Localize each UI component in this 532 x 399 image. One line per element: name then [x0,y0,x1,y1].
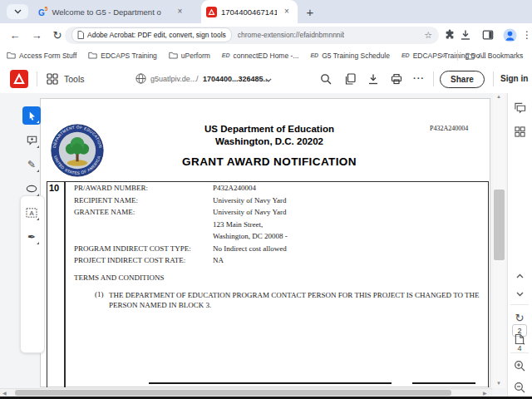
reload-button[interactable]: ↻ [51,28,64,42]
doc-block-divider [64,181,66,387]
copy-pages-icon[interactable] [343,72,357,86]
folder-icon [88,52,97,59]
tab-welcome-g5[interactable]: G5 Welcome to G5 - Department o × [33,0,200,23]
kebab-menu-icon[interactable]: ⋮ [523,27,531,42]
scroll-right-arrow[interactable]: ▶ [483,391,487,396]
divider [510,304,529,305]
bookmark-item[interactable]: ED connectED Home -... [222,52,299,60]
field-row: 123 Main Street, [74,220,473,233]
scroll-down-arrow[interactable]: ▼ [496,381,501,386]
divider [510,352,529,353]
divider [457,50,458,61]
pdf-favicon [206,7,217,17]
extension-chip[interactable]: Adobe Acrobat: PDF edit, convert, sign t… [71,27,232,42]
scroll-left-arrow[interactable]: ◀ [2,391,7,396]
horizontal-scrollbar-thumb[interactable] [15,390,451,396]
browser-toolbar: ← → ↻ Adobe Acrobat: PDF edit, convert, … [0,23,532,47]
close-icon[interactable]: × [281,6,293,17]
breadcrumb-filename[interactable]: 1704400...326485... [203,75,269,83]
extensions-puzzle-icon[interactable] [443,28,456,42]
field-row: PROGRAM INDIRECT COST TYPE:No Indirect c… [74,244,473,257]
field-row: PROJECT INDIRECT COST RATE:NA [74,256,473,268]
vertical-scrollbar-thumb[interactable] [494,190,505,260]
doc-terms-heading: TERMS AND CONDITIONS [74,273,165,282]
profile-avatar[interactable] [502,27,517,42]
more-options-icon[interactable]: ··· [412,71,426,85]
comments-panel-icon[interactable] [513,101,526,115]
tab-pdf-active[interactable]: 1704400467141-1532648584.pdf × [201,0,298,23]
bookmark-item[interactable]: Access Form Stuff [7,52,76,60]
cursor-arrow-icon [27,111,37,121]
side-panel-icon[interactable] [481,28,495,42]
acrobat-logo[interactable] [10,70,28,88]
forward-button[interactable]: → [30,28,43,42]
shape-oval-tool-button[interactable] [22,180,41,198]
fill-sign-tool-button[interactable]: ✒ [22,228,41,246]
divider [37,71,37,86]
select-tool-button[interactable] [22,106,41,125]
extension-chip-label: Adobe Acrobat: PDF edit, convert, sign t… [87,31,226,39]
ed-favicon: ED [401,52,410,58]
draw-tool-button[interactable]: ✎ [22,155,41,174]
new-tab-button[interactable]: + [303,4,318,19]
viewer-main-area: DEPARTMENT OF EDUCATION UNITED STATES OF… [0,93,532,399]
bookmark-item[interactable]: EDCAPS Training [88,52,157,60]
zoom-out-icon[interactable] [513,381,526,394]
omnibox[interactable]: Adobe Acrobat: PDF edit, convert, sign t… [65,27,439,44]
add-comment-tool-button[interactable] [22,131,41,150]
oval-icon [26,185,37,193]
zoom-in-icon[interactable] [513,359,526,372]
scroll-up-arrow[interactable]: ▲ [496,94,501,99]
doc-award-ref: P432A240004 [430,125,468,132]
url-text: chrome-extension://efaidnbmnnnibpcajpcgl… [238,31,344,39]
downloads-icon[interactable] [459,28,472,42]
all-bookmarks-button[interactable]: All Bookmarks [466,52,523,60]
doc-rule-line [412,382,475,384]
doc-term-text: THE DEPARTMENT OF EDUCATION PROGRAM CONT… [109,290,485,310]
bookmarks-overflow-chevron[interactable]: » [437,49,449,62]
pdf-page: DEPARTMENT OF EDUCATION UNITED STATES OF… [40,98,490,387]
breadcrumb-site[interactable]: g5uatlpiv.de... [150,75,196,83]
previous-page-chevron-icon[interactable] [513,269,526,283]
doc-rule-line [149,382,392,384]
department-of-education-seal: DEPARTMENT OF EDUCATION UNITED STATES OF… [50,123,105,178]
globe-icon [135,72,147,85]
breadcrumb-separator: / [196,75,199,83]
bookmarks-bar: Access Form Stuff EDCAPS Training uPerfo… [0,47,532,66]
search-icon[interactable] [319,72,332,86]
tab-title: Welcome to G5 - Department o [52,7,170,17]
download-icon[interactable] [367,72,380,86]
text-box-icon: A [26,208,37,218]
doc-title: GRANT AWARD NOTIFICATION [136,155,402,168]
bookmark-item[interactable]: ED G5 Training Schedule [310,52,389,60]
bookmark-item[interactable]: uPerform [169,52,210,60]
extension-page-icon [77,31,84,39]
folder-icon [466,52,475,60]
next-page-chevron-icon[interactable] [513,288,526,301]
share-button[interactable]: Share [440,71,485,88]
add-text-tool-button[interactable]: A [22,204,41,222]
browser-window: G5 Welcome to G5 - Department o × 170440… [0,0,532,399]
tools-label[interactable]: Tools [64,74,85,84]
rotate-page-icon[interactable]: ↻ [513,311,526,324]
doc-term-number: (1) [95,290,104,298]
folder-icon [169,52,178,59]
pencil-icon: ✎ [27,160,36,170]
page-view-icon[interactable] [513,332,526,346]
ed-favicon: ED [222,52,230,58]
chevron-down-icon[interactable] [264,76,273,84]
tab-search-button[interactable] [7,4,28,19]
ed-favicon: ED [310,52,318,58]
chevron-down-icon [14,9,22,14]
print-icon[interactable] [390,72,403,86]
divider [493,71,494,86]
back-button[interactable]: ← [8,28,22,42]
field-row: Washington, DC 20008 - [74,232,473,244]
tools-grid-icon[interactable] [46,72,59,86]
sign-in-button[interactable]: Sign in [500,74,528,83]
field-row: PR/AWARD NUMBER:P432A240004 [74,184,473,196]
page-thumbnails-icon[interactable] [513,125,526,138]
tab-title: 1704400467141-1532648584.pdf [221,7,277,17]
close-icon[interactable]: × [174,6,185,17]
bookmark-star-icon[interactable]: ☆ [424,30,432,41]
